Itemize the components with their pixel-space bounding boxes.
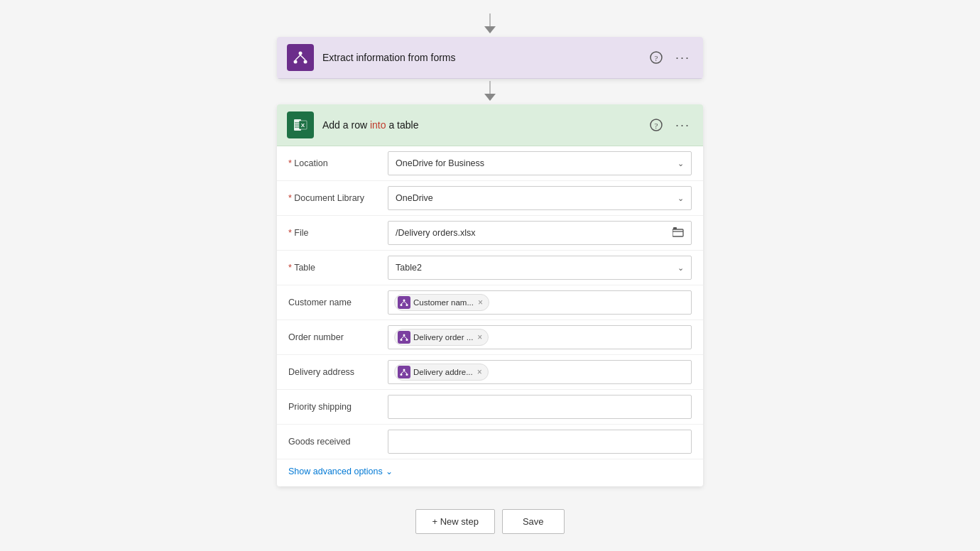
step2-header: X Add a row into a table ? ··· [277, 104, 703, 146]
svg-line-31 [404, 371, 407, 374]
svg-point-23 [401, 339, 403, 341]
svg-rect-15 [673, 229, 683, 236]
delivery-address-token-icon [398, 366, 410, 378]
svg-line-25 [401, 337, 404, 339]
customer-name-label: Customer name [288, 298, 388, 307]
advanced-options-toggle: Show advanced options ⌄ [277, 459, 703, 486]
document-library-row: Document Library OneDrive ⌄ [277, 181, 703, 216]
svg-point-22 [403, 334, 405, 337]
delivery-address-token: Delivery addre... × [394, 364, 489, 381]
step1-card: Extract information from forms ? ··· [277, 37, 703, 79]
customer-name-token: Customer nam... × [394, 294, 489, 311]
svg-point-18 [401, 304, 403, 306]
delivery-address-row: Delivery address [277, 355, 703, 390]
goods-received-label: Goods received [288, 437, 388, 447]
location-row: Location OneDrive for Business ⌄ [277, 146, 703, 181]
step2-card: X Add a row into a table ? ··· [277, 104, 703, 486]
delivery-address-token-text: Delivery addre... [413, 368, 473, 376]
location-value: OneDrive for Business [396, 158, 484, 168]
table-value: Table2 [396, 263, 422, 273]
order-number-row: Order number [277, 320, 703, 355]
delivery-address-label: Delivery address [288, 367, 388, 377]
step1-help-button[interactable]: ? [647, 50, 665, 65]
svg-rect-16 [673, 227, 677, 229]
order-number-control: Delivery order ... × [388, 325, 692, 349]
document-library-select[interactable]: OneDrive ⌄ [388, 186, 692, 210]
location-label: Location [288, 158, 388, 168]
step2-icon: X [287, 111, 314, 138]
svg-line-21 [404, 302, 407, 305]
goods-received-row: Goods received [277, 425, 703, 459]
step1-icon [287, 44, 314, 71]
priority-shipping-input[interactable] [388, 395, 692, 419]
svg-point-0 [299, 52, 303, 55]
new-step-button[interactable]: + New step [415, 509, 494, 534]
svg-point-17 [403, 300, 405, 302]
file-label: File [288, 228, 388, 238]
customer-name-token-close[interactable]: × [478, 298, 483, 307]
location-control: OneDrive for Business ⌄ [388, 151, 692, 175]
svg-text:X: X [301, 122, 305, 129]
bottom-actions: + New step Save [415, 509, 564, 534]
table-select[interactable]: Table2 ⌄ [388, 256, 692, 280]
svg-point-27 [403, 369, 405, 371]
step1-header: Extract information from forms ? ··· [277, 37, 703, 79]
table-chevron-icon: ⌄ [677, 263, 684, 273]
document-library-label: Document Library [288, 193, 388, 203]
step2-help-button[interactable]: ? [647, 117, 665, 133]
document-library-value: OneDrive [396, 193, 433, 203]
order-number-token-field[interactable]: Delivery order ... × [388, 325, 692, 349]
order-number-token: Delivery order ... × [394, 329, 489, 346]
svg-text:?: ? [655, 54, 658, 62]
document-library-chevron-icon: ⌄ [677, 194, 684, 203]
customer-name-token-field[interactable]: Customer nam... × [388, 290, 692, 315]
priority-shipping-control [388, 395, 692, 419]
step2-more-button[interactable]: ··· [673, 116, 693, 134]
svg-line-3 [295, 55, 300, 60]
page-container: Extract information from forms ? ··· [0, 0, 980, 551]
customer-name-token-text: Customer nam... [413, 298, 474, 307]
step1-title: Extract information from forms [322, 52, 647, 63]
save-button[interactable]: Save [502, 509, 565, 534]
file-value: /Delivery orders.xlsx [396, 228, 476, 238]
location-chevron-icon: ⌄ [677, 159, 684, 168]
file-browse-icon [673, 227, 684, 239]
svg-line-30 [401, 371, 404, 374]
priority-shipping-row: Priority shipping [277, 390, 703, 425]
svg-point-24 [406, 339, 408, 341]
svg-point-29 [406, 373, 408, 376]
delivery-address-control: Delivery addre... × [388, 360, 692, 384]
step2-body: Location OneDrive for Business ⌄ Documen… [277, 146, 703, 486]
svg-line-26 [404, 337, 407, 339]
step2-title: Add a row into a table [322, 119, 647, 131]
goods-received-input[interactable] [388, 430, 692, 454]
delivery-address-token-field[interactable]: Delivery addre... × [388, 360, 692, 384]
customer-name-token-icon [398, 296, 410, 309]
goods-received-control [388, 430, 692, 454]
svg-point-28 [401, 373, 403, 376]
svg-line-20 [401, 302, 404, 305]
location-select[interactable]: OneDrive for Business ⌄ [388, 151, 692, 175]
advanced-options-chevron-icon: ⌄ [386, 467, 393, 476]
svg-line-4 [300, 55, 305, 60]
svg-point-19 [406, 304, 408, 306]
advanced-options-link[interactable]: Show advanced options [288, 467, 383, 476]
svg-point-1 [294, 60, 298, 64]
connector-arrow-top [484, 14, 496, 34]
order-number-token-text: Delivery order ... [413, 333, 473, 342]
order-number-token-icon [398, 331, 410, 344]
document-library-control: OneDrive ⌄ [388, 186, 692, 210]
svg-point-2 [304, 60, 307, 64]
file-row: File /Delivery orders.xlsx [277, 216, 703, 251]
order-number-token-close[interactable]: × [477, 332, 482, 342]
file-control: /Delivery orders.xlsx [388, 221, 692, 245]
table-row: Table Table2 ⌄ [277, 251, 703, 285]
priority-shipping-label: Priority shipping [288, 402, 388, 412]
connector-arrow-middle [484, 82, 496, 102]
table-control: Table2 ⌄ [388, 256, 692, 280]
customer-name-row: Customer name [277, 285, 703, 320]
step1-more-button[interactable]: ··· [673, 49, 693, 67]
step1-actions: ? ··· [647, 49, 693, 67]
file-input[interactable]: /Delivery orders.xlsx [388, 221, 692, 245]
delivery-address-token-close[interactable]: × [477, 367, 482, 377]
